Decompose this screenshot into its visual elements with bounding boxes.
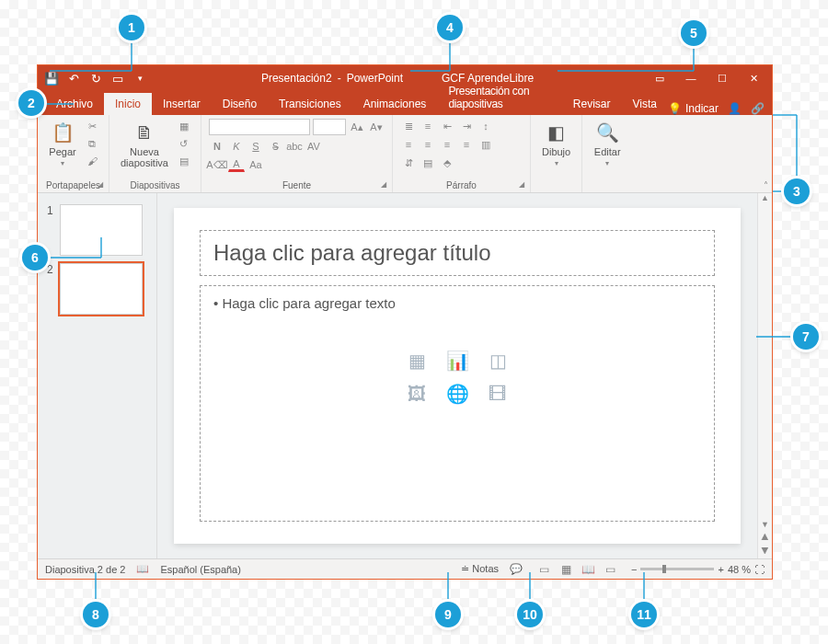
save-icon[interactable]: 💾 — [41, 68, 62, 88]
tell-me[interactable]: 💡 Indicar — [668, 102, 719, 115]
cut-icon[interactable]: ✂ — [84, 119, 100, 133]
spacing-icon[interactable]: AV — [305, 139, 322, 154]
spellcheck-icon[interactable]: 📖 — [136, 563, 149, 575]
scroll-down-icon[interactable]: ▼ — [758, 520, 772, 533]
dialog-launcher-icon[interactable]: ◢ — [381, 180, 386, 189]
grow-font-icon[interactable]: A▴ — [349, 120, 365, 134]
format-painter-icon[interactable]: 🖌 — [84, 154, 100, 168]
dialog-launcher-icon[interactable]: ◢ — [519, 180, 524, 189]
insert-smartart-icon[interactable]: ◫ — [481, 348, 514, 374]
undo-icon[interactable]: ↶ — [63, 68, 84, 88]
font-color-icon[interactable]: A — [228, 157, 245, 172]
layout-icon[interactable]: ▦ — [176, 119, 192, 133]
slide-canvas[interactable]: Haga clic para agregar título • Haga cli… — [174, 208, 741, 544]
shrink-font-icon[interactable]: A▾ — [368, 120, 385, 134]
columns-icon[interactable]: ▥ — [477, 137, 494, 152]
insert-online-picture-icon[interactable]: 🌐 — [441, 381, 474, 407]
indent-inc-icon[interactable]: ⇥ — [458, 119, 475, 133]
titlebar-title: Presentación2 - PowerPoint GCF AprendeLi… — [150, 72, 645, 85]
editing-button[interactable]: 🔍 Editar ▾ — [590, 119, 625, 169]
zoom-control: − + 48 % ⛶ — [631, 564, 765, 575]
align-text-icon[interactable]: ▤ — [420, 155, 436, 170]
fit-window-icon[interactable]: ⛶ — [754, 564, 765, 575]
language-indicator[interactable]: Español (España) — [160, 564, 240, 575]
title-placeholder[interactable]: Haga clic para agregar título — [200, 230, 715, 276]
zoom-out-icon[interactable]: − — [631, 564, 637, 575]
close-icon[interactable]: ✕ — [739, 68, 768, 88]
callout-1: 1 — [119, 15, 144, 40]
group-clipboard: 📋 Pegar ▾ ✂ ⧉ 🖌 Portapapeles◢ — [38, 115, 109, 192]
font-size-select[interactable] — [313, 119, 346, 135]
slideshow-view-icon[interactable]: ▭ — [600, 562, 620, 577]
insert-picture-icon[interactable]: 🖼 — [400, 381, 433, 407]
tab-transiciones[interactable]: Transiciones — [268, 93, 352, 115]
tab-presentacion[interactable]: Presentación con diapositivas — [437, 80, 561, 115]
thumbnail-preview — [60, 204, 143, 256]
reading-view-icon[interactable]: 📖 — [578, 562, 598, 577]
section-icon[interactable]: ▤ — [176, 154, 192, 168]
ribbon-display-icon[interactable]: ▭ — [645, 68, 674, 88]
zoom-slider[interactable] — [640, 568, 714, 570]
tab-revisar[interactable]: Revisar — [562, 93, 622, 115]
dialog-launcher-icon[interactable]: ◢ — [98, 180, 103, 189]
chevron-down-icon: ▾ — [605, 159, 609, 167]
justify-icon[interactable]: ≡ — [458, 137, 475, 152]
thumbnail-2[interactable]: 2 — [38, 259, 156, 318]
drawing-button[interactable]: ◧ Dibujo ▾ — [538, 119, 574, 169]
tab-insertar[interactable]: Insertar — [152, 93, 212, 115]
minimize-icon[interactable]: — — [676, 68, 706, 88]
clear-format-icon[interactable]: A⌫ — [209, 157, 225, 172]
copy-icon[interactable]: ⧉ — [84, 136, 100, 151]
content-placeholder[interactable]: • Haga clic para agregar texto ▦ 📊 ◫ 🖼 🌐… — [200, 285, 715, 522]
align-left-icon[interactable]: ≡ — [400, 137, 417, 152]
normal-view-icon[interactable]: ▭ — [534, 562, 554, 577]
line-spacing-icon[interactable]: ↕ — [477, 119, 494, 133]
tab-animaciones[interactable]: Animaciones — [352, 93, 438, 115]
italic-icon[interactable]: K — [228, 139, 245, 154]
align-right-icon[interactable]: ≡ — [439, 137, 455, 152]
prev-slide-icon[interactable]: ⯅ — [758, 533, 772, 546]
maximize-icon[interactable]: ☐ — [707, 68, 737, 88]
sorter-view-icon[interactable]: ▦ — [556, 562, 576, 577]
next-slide-icon[interactable]: ⯆ — [758, 546, 772, 558]
insert-table-icon[interactable]: ▦ — [400, 348, 433, 374]
insert-chart-icon[interactable]: 📊 — [441, 348, 474, 374]
ribbon-tabs: Archivo Inicio Insertar Diseño Transicio… — [38, 91, 772, 115]
tab-vista[interactable]: Vista — [622, 93, 668, 115]
zoom-in-icon[interactable]: + — [718, 564, 723, 575]
qat-customize-icon[interactable]: ▾ — [130, 68, 150, 88]
sign-in-icon[interactable]: 👤 — [728, 102, 742, 115]
strikethrough-icon[interactable]: S̶ — [267, 139, 283, 154]
bullets-icon[interactable]: ≣ — [400, 119, 417, 133]
insert-video-icon[interactable]: 🎞 — [481, 381, 514, 407]
bold-icon[interactable]: N — [209, 139, 225, 154]
share-icon[interactable]: 🔗 — [751, 102, 765, 115]
shadow-icon[interactable]: abc — [286, 139, 303, 154]
tab-archivo[interactable]: Archivo — [45, 93, 104, 115]
tab-inicio[interactable]: Inicio — [104, 93, 152, 115]
content-insert-icons: ▦ 📊 ◫ 🖼 🌐 🎞 — [400, 348, 514, 407]
numbering-icon[interactable]: ≡ — [420, 119, 436, 133]
smartart-icon[interactable]: ⬘ — [439, 155, 455, 170]
font-family-select[interactable] — [209, 119, 310, 135]
notes-button[interactable]: ≐ Notas — [461, 563, 499, 575]
new-slide-button[interactable]: 🗎 Nueva diapositiva — [117, 119, 172, 170]
indent-dec-icon[interactable]: ⇤ — [439, 119, 455, 133]
tab-diseno[interactable]: Diseño — [212, 93, 268, 115]
reset-icon[interactable]: ↺ — [176, 136, 192, 151]
scroll-up-icon[interactable]: ▲ — [758, 193, 772, 206]
group-editing: 🔍 Editar ▾ . — [582, 115, 634, 192]
underline-icon[interactable]: S — [247, 139, 264, 154]
text-direction-icon[interactable]: ⇵ — [400, 155, 417, 170]
thumbnail-1[interactable]: 1 — [38, 201, 156, 259]
collapse-ribbon-icon[interactable]: ˄ — [764, 180, 768, 190]
paste-button[interactable]: 📋 Pegar ▾ — [45, 119, 80, 169]
start-slideshow-icon[interactable]: ▭ — [108, 68, 128, 88]
shapes-icon: ◧ — [543, 121, 570, 144]
zoom-percent[interactable]: 48 % — [728, 564, 751, 575]
highlight-icon[interactable]: Aa — [247, 157, 264, 172]
comments-icon[interactable]: 💬 — [510, 563, 523, 575]
align-center-icon[interactable]: ≡ — [420, 137, 436, 152]
vertical-scrollbar[interactable]: ▲ ▼ ⯅ ⯆ — [757, 193, 772, 558]
redo-icon[interactable]: ↻ — [86, 68, 106, 88]
